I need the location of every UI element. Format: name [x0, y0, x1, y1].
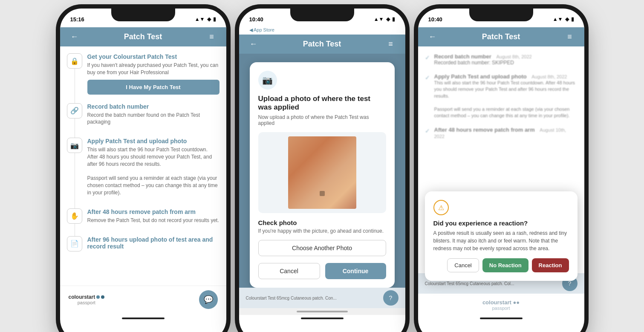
step-title-5: After 96 hours upload photo of test area…: [87, 236, 219, 250]
scroll-text-2: Colourstart Test 65mcg Cutaneous patch. …: [246, 296, 337, 300]
completed-title-2: Apply Patch Test and upload photo August…: [434, 73, 578, 80]
status-icons-2: ▲▼ ◈ ▮: [374, 16, 395, 22]
step-desc-3: This will also start the 96 hour Patch T…: [87, 146, 219, 196]
step-item-3: 📷 Apply Patch Test and upload photo This…: [67, 138, 219, 200]
wifi-icon: ◈: [207, 16, 211, 22]
home-indicator-3: [480, 318, 523, 319]
notch-1: [111, 9, 175, 21]
logo-dot-2: [101, 295, 104, 299]
modal-overlay-2: 📷 Upload a photo of where the test was a…: [239, 54, 405, 288]
logo-1: colourstart passport: [69, 294, 105, 305]
back-button-3[interactable]: ←: [427, 32, 439, 41]
step-text-2: Record batch number Record the batch num…: [87, 103, 219, 130]
header-title-3: Patch Test: [482, 32, 520, 41]
completed-desc-2: This will also start the 96 hour Patch T…: [434, 80, 578, 119]
check-icon-2: ✓: [425, 74, 430, 81]
step-item-2: 🔗 Record batch number Record the batch n…: [67, 103, 219, 130]
step-text-1: Get your Colourstart Patch Test If you h…: [87, 53, 219, 95]
signal-icon: ▲▼: [195, 16, 205, 22]
back-button-1[interactable]: ←: [69, 32, 81, 41]
logo-text-1: colourstart: [69, 294, 95, 300]
battery-icon-2: ▮: [392, 16, 395, 22]
notch-3: [469, 9, 533, 21]
modal-footer-buttons: Cancel Continue: [258, 263, 386, 279]
header-title-2: Patch Test: [303, 40, 341, 49]
step-desc-2: Record the batch number found on the Pat…: [87, 112, 219, 126]
watermark-line2-3: passport: [418, 306, 584, 311]
check-icon-3: ✓: [425, 127, 430, 134]
step-icon-1: 🔒: [67, 53, 82, 69]
reaction-button[interactable]: Reaction: [532, 258, 569, 272]
phone2-background: 📷 Upload a photo of where the test was a…: [239, 54, 405, 288]
modal-title-2: Upload a photo of where the test was app…: [258, 95, 386, 112]
modal-subtitle-2: Now upload a photo of where the Patch Te…: [258, 114, 386, 126]
step-desc-1: If you haven't already purchased your Pa…: [87, 62, 219, 76]
notch-2: [290, 9, 354, 21]
app-store-link[interactable]: ◀ App Store: [239, 27, 405, 35]
step-icon-4: ✋: [67, 208, 82, 224]
step-icon-5: 📄: [67, 236, 82, 251]
header-title-1: Patch Test: [124, 32, 162, 41]
step-desc-4: Remove the Patch Test, but do not record…: [87, 217, 219, 224]
help-fab-2[interactable]: ?: [383, 290, 399, 306]
completed-desc-1: Recorded batch number: SKIPPED: [434, 60, 532, 66]
completed-step-2: ✓ Apply Patch Test and upload photo Augu…: [425, 73, 578, 119]
back-button-2[interactable]: ←: [248, 40, 260, 49]
completed-title-3: After 48 hours remove patch from arm Aug…: [434, 127, 578, 139]
phone3-background: ✓ Record batch number August 8th, 2022 R…: [418, 46, 584, 315]
check-photo-title: Check photo: [258, 219, 386, 226]
step-title-4: After 48 hours remove patch from arm: [87, 208, 219, 215]
status-icons-3: ▲▼ ◈ ▮: [553, 16, 574, 22]
camera-icon-modal: 📷: [258, 71, 277, 89]
bottom-info-bar-2: Colourstart Test 65mcg Cutaneous patch. …: [239, 288, 405, 308]
logo-subtext-1: passport: [69, 300, 105, 305]
scroll-text-3: Colourstart Test 65mcg Cutaneous patch. …: [425, 281, 514, 286]
logo-dot-1: [96, 295, 100, 299]
battery-icon-3: ▮: [571, 16, 574, 22]
reaction-modal-desc: A positive result is usually seen as a r…: [433, 229, 569, 252]
step-item-5: 📄 After 96 hours upload photo of test ar…: [67, 236, 219, 251]
wifi-icon-3: ◈: [565, 16, 569, 22]
phone-2: 10:40 ▲▼ ◈ ▮ ◀ App Store ← Patch Test ≡ …: [239, 9, 405, 332]
signal-icon-2: ▲▼: [374, 16, 384, 22]
wifi-icon-2: ◈: [386, 16, 390, 22]
step-icon-3: 📷: [67, 138, 82, 153]
step-text-3: Apply Patch Test and upload photo This w…: [87, 138, 219, 200]
home-indicator-1: [122, 318, 165, 319]
photo-area: [258, 132, 386, 213]
step-item-4: ✋ After 48 hours remove patch from arm R…: [67, 208, 219, 228]
continue-button[interactable]: Continue: [325, 263, 386, 279]
check-photo-desc: If you're happy with the picture, go ahe…: [258, 228, 386, 234]
completed-step-3: ✓ After 48 hours remove patch from arm A…: [425, 127, 578, 139]
phone-3: 10:40 ▲▼ ◈ ▮ ← Patch Test ≡ ✓ Record bat…: [418, 9, 584, 332]
signal-icon-3: ▲▼: [553, 16, 563, 22]
cancel-button-3[interactable]: Cancel: [447, 258, 479, 272]
warning-icon: ⚠: [433, 200, 449, 215]
scroll-bar-2: [297, 311, 348, 312]
phone-1: 15:16 ▲▼ ◈ ▮ ← Patch Test ≡ 🔒 Get your C…: [60, 9, 226, 332]
menu-button-1[interactable]: ≡: [205, 32, 217, 41]
completed-date-2: August 8th, 2022: [531, 74, 567, 79]
time-2: 10:40: [249, 16, 263, 23]
completed-title-1: Record batch number August 8th, 2022: [434, 53, 532, 60]
choose-another-photo-button[interactable]: Choose Another Photo: [258, 240, 386, 256]
scroll-indicator-2: [239, 308, 405, 315]
status-icons-1: ▲▼ ◈ ▮: [195, 16, 216, 22]
home-indicator-2: [301, 318, 344, 319]
phone-footer-1: colourstart passport 💬: [60, 286, 226, 315]
no-reaction-button[interactable]: No Reaction: [482, 258, 528, 272]
battery-icon: ▮: [213, 16, 216, 22]
reaction-modal-title: Did you experience a reaction?: [433, 219, 569, 227]
photo-preview: [288, 136, 356, 209]
have-patch-test-button[interactable]: I Have My Patch Test: [87, 80, 219, 95]
time-1: 15:16: [70, 16, 84, 23]
cancel-button-2[interactable]: Cancel: [258, 263, 320, 279]
menu-button-2[interactable]: ≡: [384, 40, 396, 49]
step-title-1: Get your Colourstart Patch Test: [87, 53, 219, 60]
app-header-2: ← Patch Test ≡: [239, 35, 405, 54]
step-text-4: After 48 hours remove patch from arm Rem…: [87, 208, 219, 228]
step-title-3: Apply Patch Test and upload photo: [87, 138, 219, 144]
upload-photo-modal: 📷 Upload a photo of where the test was a…: [250, 62, 395, 288]
menu-button-3[interactable]: ≡: [563, 32, 575, 41]
chat-fab-1[interactable]: 💬: [199, 290, 218, 309]
